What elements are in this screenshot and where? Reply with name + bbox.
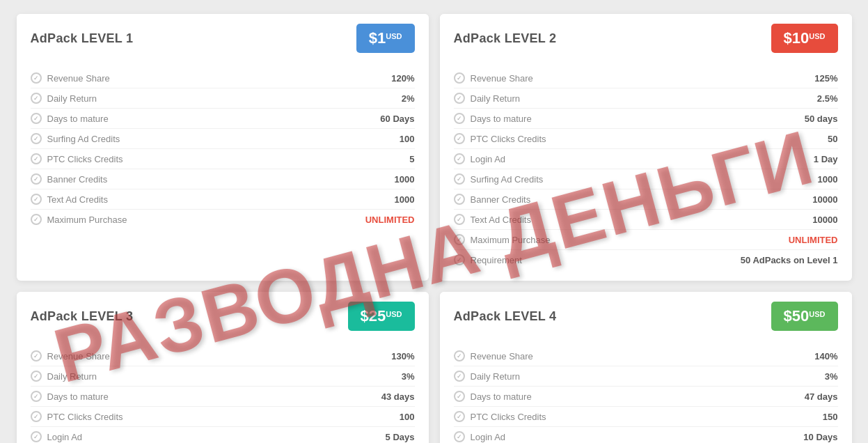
feature-label: Text Ad Credits: [454, 214, 531, 225]
feature-value: 10000: [812, 215, 837, 225]
check-icon: [31, 153, 42, 164]
card-body-level2: Revenue Share125%Daily Return2.5%Days to…: [440, 63, 852, 281]
feature-row: Days to mature43 days: [31, 387, 415, 407]
feature-row: Surfing Ad Credits100: [31, 129, 415, 149]
feature-label-text: Banner Credits: [47, 174, 108, 185]
feature-label: Revenue Share: [31, 350, 110, 362]
feature-label-text: Login Ad: [471, 432, 506, 442]
feature-value: 1000: [395, 194, 415, 205]
check-icon: [454, 93, 465, 104]
feature-label-text: Revenue Share: [471, 351, 533, 362]
check-icon: [454, 113, 465, 124]
feature-row: Days to mature47 days: [454, 387, 838, 407]
feature-row: Banner Credits1000: [31, 169, 415, 189]
feature-row: Daily Return2%: [31, 88, 415, 109]
feature-label: Revenue Share: [454, 72, 533, 84]
feature-value: 130%: [391, 351, 414, 362]
feature-value: 5 Days: [386, 432, 415, 442]
check-icon: [31, 72, 42, 84]
feature-label-text: PTC Clicks Credits: [47, 154, 123, 164]
feature-value: 3%: [402, 371, 415, 382]
price-badge-level2[interactable]: $10USD: [771, 24, 838, 53]
check-icon: [31, 431, 42, 442]
check-icon: [454, 173, 465, 185]
price-badge-level3[interactable]: $25USD: [348, 302, 415, 331]
feature-label: Login Ad: [454, 431, 506, 442]
feature-row: Revenue Share130%: [31, 346, 415, 366]
feature-value: 50 days: [805, 114, 838, 124]
feature-label: Text Ad Credits: [31, 194, 108, 205]
feature-value: 100: [400, 412, 415, 422]
card-title-level3: AdPack LEVEL 3: [31, 309, 134, 324]
check-icon: [454, 371, 465, 382]
price-badge-level4[interactable]: $50USD: [771, 302, 838, 331]
feature-label: Maximum Purchase: [31, 214, 127, 225]
card-body-level3: Revenue Share130%Daily Return3%Days to m…: [17, 341, 429, 443]
feature-row: Revenue Share140%: [454, 346, 838, 366]
check-icon: [31, 214, 42, 225]
feature-value: 50 AdPacks on Level 1: [741, 255, 838, 265]
feature-row: PTC Clicks Credits150: [454, 407, 838, 427]
card-body-level1: Revenue Share120%Daily Return2%Days to m…: [17, 63, 429, 240]
card-level2: AdPack LEVEL 2$10USDRevenue Share125%Dai…: [440, 14, 852, 281]
check-icon: [31, 93, 42, 104]
card-title-level4: AdPack LEVEL 4: [454, 309, 557, 324]
feature-value: 140%: [814, 351, 837, 362]
feature-row: Revenue Share125%: [454, 68, 838, 88]
feature-label-text: Text Ad Credits: [471, 215, 531, 225]
feature-label-text: Days to mature: [471, 114, 532, 124]
feature-label: PTC Clicks Credits: [31, 411, 123, 422]
feature-label-text: Surfing Ad Credits: [471, 174, 544, 185]
check-icon: [31, 411, 42, 422]
feature-value: 60 Days: [380, 114, 414, 124]
feature-label-text: Login Ad: [47, 432, 83, 442]
feature-label: PTC Clicks Credits: [31, 153, 123, 164]
feature-label: Daily Return: [454, 93, 521, 104]
feature-row: Maximum PurchaseUNLIMITED: [454, 230, 838, 250]
feature-value: 3%: [825, 371, 838, 382]
feature-value: 2%: [402, 93, 415, 104]
card-header-level3: AdPack LEVEL 3$25USD: [17, 292, 429, 341]
check-icon: [31, 391, 42, 402]
feature-row: Daily Return3%: [31, 366, 415, 387]
feature-row: PTC Clicks Credits50: [454, 129, 838, 149]
card-header-level1: AdPack LEVEL 1$1USD: [17, 14, 429, 63]
feature-value: 150: [823, 412, 838, 422]
check-icon: [31, 133, 42, 144]
feature-row: PTC Clicks Credits100: [31, 407, 415, 427]
feature-value: 47 days: [805, 391, 838, 402]
feature-label: Days to mature: [454, 391, 532, 402]
check-icon: [31, 113, 42, 124]
check-icon: [454, 214, 465, 225]
check-icon: [454, 254, 465, 265]
card-level3: AdPack LEVEL 3$25USDRevenue Share130%Dai…: [17, 292, 429, 443]
check-icon: [31, 173, 42, 185]
feature-row: Surfing Ad Credits1000: [454, 169, 838, 189]
feature-value: 1 Day: [814, 154, 838, 164]
feature-row: Daily Return2.5%: [454, 88, 838, 109]
feature-row: Banner Credits10000: [454, 189, 838, 210]
feature-value: 1000: [395, 174, 415, 185]
feature-row: Days to mature50 days: [454, 109, 838, 129]
feature-label-text: Text Ad Credits: [47, 194, 108, 205]
feature-label: Surfing Ad Credits: [454, 173, 544, 185]
feature-label: PTC Clicks Credits: [454, 411, 546, 422]
feature-label-text: Revenue Share: [47, 73, 110, 84]
feature-row: Daily Return3%: [454, 366, 838, 387]
feature-row: Revenue Share120%: [31, 68, 415, 88]
feature-label-text: Days to mature: [47, 114, 109, 124]
price-badge-level1[interactable]: $1USD: [356, 24, 415, 53]
check-icon: [454, 133, 465, 144]
feature-row: PTC Clicks Credits5: [31, 149, 415, 169]
cards-grid: AdPack LEVEL 1$1USDRevenue Share120%Dail…: [17, 14, 852, 443]
feature-row: Login Ad5 Days: [31, 427, 415, 443]
feature-label: Days to mature: [31, 391, 109, 402]
feature-label-text: Surfing Ad Credits: [47, 134, 120, 144]
card-level4: AdPack LEVEL 4$50USDRevenue Share140%Dai…: [440, 292, 852, 443]
feature-value: 50: [828, 134, 837, 144]
feature-label: Days to mature: [454, 113, 532, 124]
feature-row: Text Ad Credits10000: [454, 210, 838, 230]
card-title-level2: AdPack LEVEL 2: [454, 31, 557, 46]
feature-value: 2.5%: [817, 93, 838, 104]
check-icon: [454, 234, 465, 245]
